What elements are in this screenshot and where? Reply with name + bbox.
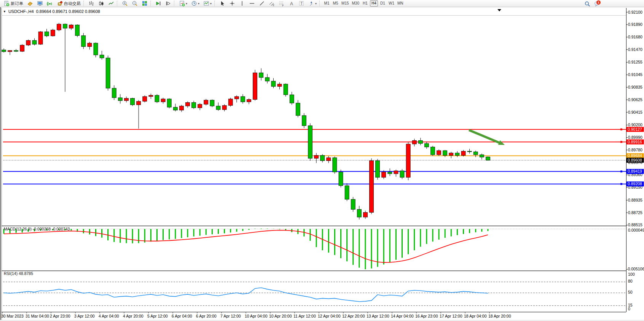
text-label-button[interactable]: T: [297, 0, 306, 7]
notification-badge: 1: [596, 0, 601, 5]
candles-icon: [98, 0, 104, 6]
templates-button[interactable]: ▾: [202, 0, 213, 7]
text-button[interactable]: A: [287, 0, 296, 7]
tile-windows-button[interactable]: [140, 0, 149, 7]
autoscroll-icon: [155, 0, 161, 6]
svg-text:0.91680: 0.91680: [628, 35, 642, 39]
line-handle[interactable]: [620, 129, 622, 130]
auto-trading-button-label: 自动交易: [64, 1, 81, 6]
equidistant-channel-button[interactable]: E: [267, 0, 276, 7]
line-handle[interactable]: [620, 170, 622, 172]
fibonacci-button[interactable]: F: [277, 0, 286, 7]
chat-button[interactable]: 1: [593, 0, 602, 7]
auto-scroll-button[interactable]: [154, 0, 163, 7]
svg-text:6 Apr 04:00: 6 Apr 04:00: [172, 314, 192, 318]
crosshair-button[interactable]: [228, 0, 237, 7]
chart-canvas[interactable]: 0.921000.918900.916800.914700.912550.910…: [0, 7, 644, 321]
horizontal-line-button[interactable]: [247, 0, 257, 7]
svg-text:0.000049: 0.000049: [628, 228, 644, 232]
robot-icon: [57, 0, 63, 6]
bar-chart-button[interactable]: [87, 0, 96, 7]
svg-text:0.89990: 0.89990: [628, 135, 642, 140]
dropdown-arrow-icon: ▾: [198, 2, 199, 5]
svg-text:A: A: [290, 1, 293, 6]
trendline-icon: [259, 0, 265, 6]
svg-text:4 Apr 20:00: 4 Apr 20:00: [123, 314, 143, 318]
timeframe-h1-button[interactable]: H1: [361, 0, 369, 6]
timeframe-mn-button[interactable]: MN: [396, 0, 405, 6]
svg-text:0.90200: 0.90200: [628, 122, 642, 127]
toolbar-separator: [174, 1, 175, 6]
svg-text:0.91470: 0.91470: [628, 47, 642, 52]
indicator-doc-icon: [179, 0, 185, 6]
new-order-button-label: 新订单: [11, 1, 23, 6]
clock-icon: [191, 0, 197, 6]
timeframe-m5-button[interactable]: M5: [332, 0, 340, 6]
svg-text:0.89780: 0.89780: [628, 148, 642, 152]
timeframe-m1-button[interactable]: M1: [323, 0, 331, 6]
arrows-button[interactable]: ▾: [307, 0, 318, 7]
svg-text:4 Apr 04:00: 4 Apr 04:00: [99, 314, 119, 318]
price-level-label: 0.90127: [628, 127, 642, 132]
svg-text:10 Apr 04:00: 10 Apr 04:00: [245, 314, 268, 318]
svg-text:0.90625: 0.90625: [628, 97, 642, 102]
candlestick-chart-button[interactable]: [97, 0, 106, 7]
svg-text:12 Apr 04:00: 12 Apr 04:00: [318, 314, 341, 318]
chart-shift-button[interactable]: [164, 0, 173, 7]
periods-button[interactable]: ▾: [190, 0, 201, 7]
svg-text:13 Apr 12:00: 13 Apr 12:00: [367, 314, 389, 318]
price-level-label: 0.89684: [628, 153, 642, 158]
terminal-button[interactable]: [35, 0, 45, 7]
search-button[interactable]: [583, 0, 592, 7]
svg-text:0.88935: 0.88935: [628, 198, 642, 202]
timeframe-h4-button[interactable]: H4: [370, 0, 378, 6]
arrows-icon: [308, 0, 314, 6]
line-handle[interactable]: [620, 141, 622, 143]
toolbar-right: 1: [582, 0, 602, 7]
line-handle[interactable]: [620, 183, 622, 185]
new-order-button[interactable]: 新订单: [2, 0, 25, 7]
svg-text:F: F: [282, 4, 284, 7]
toolbar-group-chart-type: [86, 0, 116, 7]
svg-text:0.88725: 0.88725: [628, 210, 642, 215]
svg-text:3 Apr 12:00: 3 Apr 12:00: [74, 314, 95, 318]
search-icon: [584, 1, 590, 7]
svg-text:0.90415: 0.90415: [628, 110, 642, 114]
tile-icon: [142, 0, 148, 6]
crosshair-icon: [229, 0, 235, 6]
svg-text:0.90835: 0.90835: [628, 85, 642, 89]
svg-text:6 Apr 20:00: 6 Apr 20:00: [196, 314, 217, 318]
toolbar-separator: [83, 1, 85, 6]
bars-icon: [88, 0, 94, 6]
toolbar-group-trade: 新订单自动交易: [2, 0, 83, 7]
line-chart-button[interactable]: [107, 0, 116, 7]
market-panel-button[interactable]: [26, 0, 35, 7]
toolbar-group-timeframes: M1M5M15M30H1H4D1W1MN: [322, 0, 405, 7]
channel-icon: E: [269, 0, 275, 6]
main-toolbar: 新订单自动交易▾▾▾EFAT▾M1M5M15M30H1H4D1W1MN1: [0, 0, 644, 7]
svg-text:18 Apr 20:00: 18 Apr 20:00: [488, 314, 511, 318]
svg-text:18 Apr 04:00: 18 Apr 04:00: [464, 314, 487, 318]
auto-trading-button[interactable]: 自动交易: [55, 0, 82, 7]
timeframe-m15-button[interactable]: M15: [340, 0, 350, 6]
toolbar-group-dropdowns: ▾▾▾: [177, 0, 214, 7]
svg-text:30 Mar 2023: 30 Mar 2023: [1, 314, 24, 318]
dropdown-arrow-icon: ▾: [186, 2, 187, 5]
zoom-in-icon: [122, 0, 128, 6]
zoom-out-button[interactable]: [130, 0, 139, 7]
svg-text:E: E: [273, 4, 275, 6]
trendline-button[interactable]: [257, 0, 266, 7]
indicators-button[interactable]: ▾: [177, 0, 189, 7]
svg-text:100: 100: [628, 272, 635, 277]
timeframe-m30-button[interactable]: M30: [351, 0, 360, 6]
vertical-line-button[interactable]: [238, 0, 247, 7]
zoom-in-button[interactable]: [120, 0, 129, 7]
timeframe-d1-button[interactable]: D1: [379, 0, 387, 6]
svg-text:31 Mar 04:00: 31 Mar 04:00: [26, 314, 49, 318]
svg-text:2 Apr 23:00: 2 Apr 23:00: [50, 314, 70, 318]
signals-button[interactable]: [45, 0, 54, 7]
svg-text:0.92100: 0.92100: [628, 10, 642, 14]
cursor-button[interactable]: [218, 0, 227, 7]
timeframe-w1-button[interactable]: W1: [387, 0, 395, 6]
textT-icon: T: [298, 0, 304, 6]
